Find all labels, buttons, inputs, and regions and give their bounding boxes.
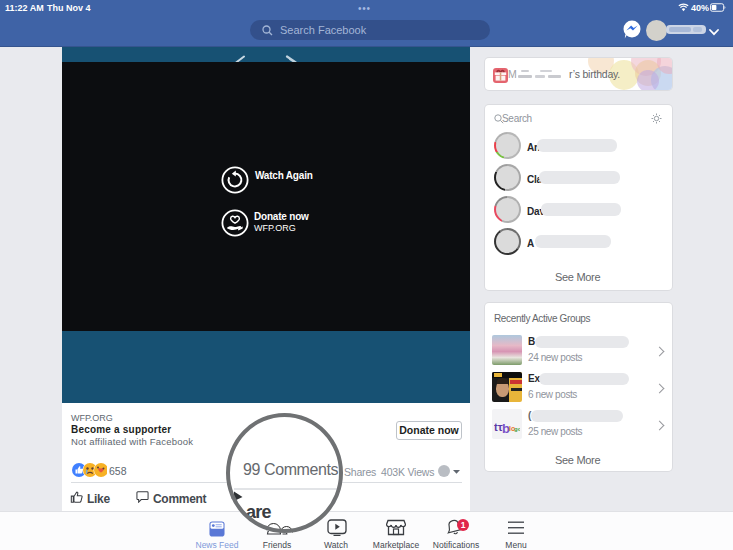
svg-text:go: go [514, 426, 520, 432]
